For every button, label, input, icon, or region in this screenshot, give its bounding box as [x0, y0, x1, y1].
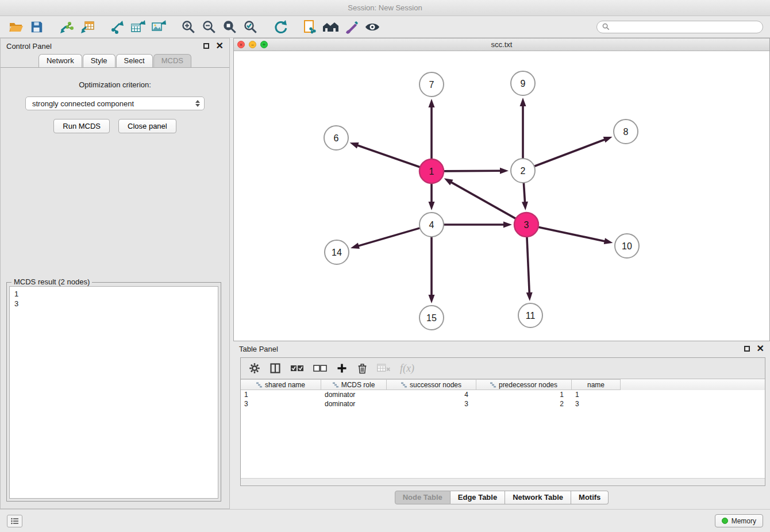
tab-edge-table[interactable]: Edge Table	[451, 491, 505, 504]
close-table-panel-icon[interactable]: ✕	[757, 346, 764, 352]
graph-edge-2-9[interactable]	[520, 98, 526, 159]
zoom-in-icon[interactable]	[179, 18, 198, 36]
svg-text:8: 8	[623, 127, 629, 137]
show-columns-icon[interactable]	[270, 363, 281, 374]
graph-node-7[interactable]: 7	[419, 72, 444, 97]
close-panel-icon[interactable]: ✕	[216, 43, 224, 49]
column-header-shared-name[interactable]: shared name	[241, 379, 321, 390]
tab-node-table[interactable]: Node Table	[395, 491, 451, 504]
task-history-button[interactable]	[7, 515, 22, 527]
column-label: successor nodes	[410, 381, 461, 389]
graph-edge-1-6[interactable]	[350, 142, 421, 167]
apply-function-icon[interactable]: f(x)	[400, 363, 414, 375]
search-field[interactable]	[596, 21, 763, 33]
run-mcds-button[interactable]: Run MCDS	[53, 119, 110, 133]
show-graphics-details-icon[interactable]	[363, 18, 382, 36]
first-neighbors-icon[interactable]	[322, 18, 340, 36]
open-session-icon[interactable]	[7, 18, 25, 36]
zoom-out-icon[interactable]	[200, 18, 218, 36]
tab-network-table[interactable]: Network Table	[505, 491, 571, 504]
svg-text:15: 15	[426, 313, 437, 323]
new-network-from-selection-icon[interactable]	[301, 18, 319, 36]
network-window-titlebar[interactable]: scc.txt × – +	[234, 38, 769, 51]
create-column-icon[interactable]	[336, 363, 348, 374]
app-titlebar: Session: New Session	[0, 0, 770, 16]
graph-node-6[interactable]: 6	[324, 126, 348, 150]
tab-motifs[interactable]: Motifs	[571, 491, 609, 504]
export-image-icon[interactable]	[149, 18, 168, 36]
graph-edge-1-4[interactable]	[429, 183, 435, 210]
cell-successor-nodes[interactable]: 3	[387, 399, 476, 408]
tab-mcds[interactable]: MCDS	[153, 54, 191, 67]
export-network-icon[interactable]	[108, 18, 126, 36]
graph-edge-2-8[interactable]	[534, 137, 613, 167]
table-horizontal-scrollbar[interactable]	[241, 478, 765, 485]
graph-edge-4-15[interactable]	[429, 237, 435, 303]
graph-node-10[interactable]: 10	[615, 234, 639, 258]
column-type-icon	[490, 382, 496, 388]
delete-table-icon[interactable]	[377, 363, 391, 373]
graph-edge-4-14[interactable]	[351, 228, 420, 249]
column-header-name[interactable]: name	[572, 379, 621, 390]
float-table-panel-icon[interactable]	[744, 346, 750, 352]
table-row[interactable]: 1 dominator 4 1 1	[241, 390, 765, 399]
mcds-result-text[interactable]: 1 3	[9, 286, 218, 499]
graph-edge-3-10[interactable]	[538, 227, 613, 244]
tab-style[interactable]: Style	[83, 54, 116, 67]
cell-successor-nodes[interactable]: 4	[387, 390, 476, 399]
refresh-layout-icon[interactable]	[271, 18, 290, 36]
float-panel-icon[interactable]	[203, 43, 209, 49]
graph-edge-2-3[interactable]	[522, 183, 528, 210]
window-close-icon[interactable]: ×	[237, 41, 245, 48]
graph-node-9[interactable]: 9	[511, 71, 535, 95]
cell-predecessor-nodes[interactable]: 2	[476, 399, 572, 408]
graph-node-11[interactable]: 11	[518, 303, 542, 327]
graph-edge-4-3[interactable]	[444, 222, 512, 228]
cell-name[interactable]: 1	[572, 390, 621, 399]
zoom-fit-icon[interactable]	[221, 18, 239, 36]
window-zoom-icon[interactable]: +	[260, 41, 268, 48]
memory-button[interactable]: Memory	[715, 514, 763, 527]
column-header-successor-nodes[interactable]: successor nodes	[387, 379, 476, 390]
graph-edge-1-2[interactable]	[444, 168, 509, 174]
mcds-result-group: MCDS result (2 nodes) 1 3	[6, 282, 221, 502]
column-label: predecessor nodes	[499, 381, 557, 389]
close-panel-button[interactable]: Close panel	[118, 119, 176, 133]
graph-node-3[interactable]: 3	[514, 213, 538, 237]
graph-node-15[interactable]: 15	[419, 306, 444, 330]
cell-mcds-role[interactable]: dominator	[321, 390, 387, 399]
save-session-icon[interactable]	[28, 18, 46, 36]
cell-shared-name[interactable]: 1	[241, 390, 321, 399]
column-header-mcds-role[interactable]: MCDS role	[321, 379, 387, 390]
table-panel-title: Table Panel	[239, 345, 278, 353]
export-table-icon[interactable]	[129, 18, 147, 36]
import-table-icon[interactable]	[78, 18, 97, 36]
cell-predecessor-nodes[interactable]: 1	[476, 390, 572, 399]
cell-mcds-role[interactable]: dominator	[321, 399, 387, 408]
tab-network[interactable]: Network	[38, 54, 82, 67]
cell-name[interactable]: 3	[572, 399, 621, 408]
graph-node-1[interactable]: 1	[419, 159, 444, 183]
graph-edge-3-11[interactable]	[526, 237, 533, 301]
network-canvas[interactable]: 1234678910111415	[234, 51, 769, 341]
import-network-icon[interactable]	[57, 18, 76, 36]
deselect-all-icon[interactable]	[313, 364, 327, 373]
cell-shared-name[interactable]: 3	[241, 399, 321, 408]
graph-node-4[interactable]: 4	[419, 213, 444, 237]
graph-edge-1-7[interactable]	[429, 99, 435, 159]
select-all-icon[interactable]	[290, 364, 304, 373]
tab-select[interactable]: Select	[116, 54, 153, 67]
table-row[interactable]: 3 dominator 3 2 3	[241, 399, 765, 408]
delete-columns-icon[interactable]	[357, 363, 368, 374]
apply-style-icon[interactable]	[342, 18, 361, 36]
column-header-predecessor-nodes[interactable]: predecessor nodes	[476, 379, 572, 390]
search-input[interactable]	[613, 23, 757, 31]
graph-node-2[interactable]: 2	[511, 159, 535, 183]
graph-node-14[interactable]: 14	[325, 240, 349, 264]
graph-edge-3-1[interactable]	[444, 178, 516, 218]
criterion-dropdown[interactable]: strongly connected component	[25, 97, 205, 110]
window-minimize-icon[interactable]: –	[249, 41, 256, 48]
zoom-selected-icon[interactable]	[241, 18, 260, 36]
table-settings-icon[interactable]	[249, 363, 260, 374]
graph-node-8[interactable]: 8	[614, 119, 638, 144]
